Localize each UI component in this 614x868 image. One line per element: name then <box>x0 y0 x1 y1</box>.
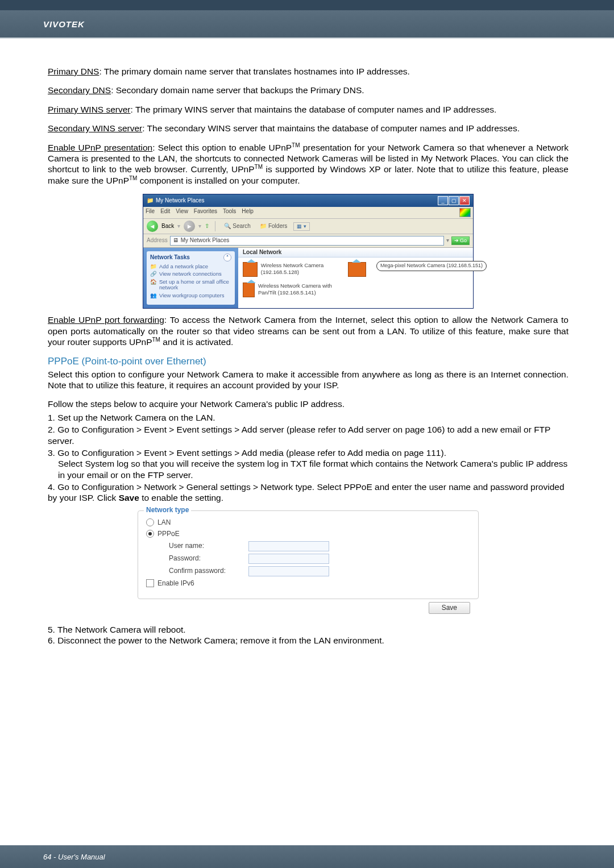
pppoe-title: PPPoE (Point-to-point over Ethernet) <box>48 355 569 367</box>
username-label: User name: <box>169 542 248 550</box>
username-input[interactable] <box>248 541 329 551</box>
address-dropdown[interactable]: ▾ <box>446 237 449 244</box>
pppoe-label: PPPoE <box>157 530 180 538</box>
camera-item[interactable]: Mega-pixel Network Camera (192.168.5.151… <box>348 262 447 277</box>
camera-item[interactable]: Wireless Network Camera (192.168.5.128) <box>243 262 342 277</box>
folders-button[interactable]: 📁Folders <box>257 222 290 231</box>
camera-icon <box>348 262 366 277</box>
windows-flag-icon <box>459 208 471 217</box>
folder-icon: 📁 <box>147 197 154 205</box>
sidebar-title: Network Tasks ˄ <box>150 254 231 261</box>
def-secondary-wins: Secondary WINS server: The secondary WIN… <box>48 123 569 134</box>
step-4: 4. Go to Configuration > Network > Gener… <box>48 481 569 504</box>
camera-icon <box>243 262 258 277</box>
forward-button[interactable]: ► <box>184 221 195 232</box>
go-button[interactable]: ➜Go <box>451 236 470 245</box>
step-1: 1. Set up the Network Camera on the LAN. <box>48 412 569 423</box>
def-primary-dns: Primary DNS: The primary domain name ser… <box>48 66 569 77</box>
window-title: My Network Places <box>156 197 205 205</box>
menu-edit[interactable]: Edit <box>160 208 170 217</box>
save-button[interactable]: Save <box>429 602 470 614</box>
panel-legend: Network type <box>144 506 191 514</box>
sidebar-panel: Network Tasks ˄ 📁Add a network place 🔗Vi… <box>143 248 238 308</box>
go-arrow-icon: ➜ <box>454 238 459 244</box>
def-upnp-presentation: Enable UPnP presentation: Select this op… <box>48 142 569 186</box>
back-label: Back <box>161 223 174 230</box>
menu-favorites[interactable]: Favorites <box>194 208 217 217</box>
pppoe-intro: Select this option to configure your Net… <box>48 369 569 391</box>
connections-icon: 🔗 <box>150 271 157 277</box>
footer-text: 64 - User's Manual <box>43 853 105 861</box>
step-3: 3. Go to Configuration > Event > Event s… <box>48 447 569 480</box>
titlebar[interactable]: 📁 My Network Places _ ▢ ✕ <box>143 194 473 207</box>
separator <box>215 221 215 231</box>
ipv6-checkbox[interactable] <box>146 579 154 587</box>
callout-label: Mega-pixel Network Camera (192.168.5.151… <box>376 261 487 271</box>
ipv6-label: Enable IPv6 <box>157 579 194 588</box>
address-input[interactable]: 🖥My Network Places <box>170 236 444 246</box>
pppoe-follow: Follow the steps below to acquire your N… <box>48 398 569 409</box>
add-place-icon: 📁 <box>150 264 157 269</box>
password-label: Password: <box>169 554 248 563</box>
pppoe-steps: 1. Set up the Network Camera on the LAN.… <box>48 412 569 504</box>
confirm-password-input[interactable] <box>248 566 329 576</box>
page-footer: 64 - User's Manual <box>0 845 614 868</box>
folders-icon: 📁 <box>260 223 267 230</box>
def-secondary-dns: Secondary DNS: Secondary domain name ser… <box>48 85 569 95</box>
camera-item[interactable]: Wireless Network Camera with Pan/Tilt (1… <box>243 283 342 297</box>
sidebar-link[interactable]: 👥View workgroup computers <box>150 293 231 298</box>
search-button[interactable]: 🔍Search <box>221 222 254 231</box>
explorer-window: 📁 My Network Places _ ▢ ✕ File Edit View… <box>143 194 474 309</box>
lan-radio[interactable] <box>146 518 154 526</box>
main-area: Local Network Wireless Network Camera (1… <box>238 248 473 308</box>
section-header: Local Network <box>238 248 473 258</box>
step-6: 6. Disconnect the power to the Network C… <box>48 635 569 646</box>
view-button[interactable]: ▦ ▾ <box>293 222 310 231</box>
network-places-icon: 🖥 <box>173 237 179 244</box>
confirm-password-label: Confirm password: <box>169 567 248 575</box>
menu-file[interactable]: File <box>146 208 155 217</box>
home-network-icon: 🏠 <box>150 279 157 285</box>
sidebar-link[interactable]: 🔗View network connections <box>150 271 231 277</box>
def-primary-wins: Primary WINS server: The primary WINS se… <box>48 104 569 115</box>
network-type-panel: Network type LAN PPPoE User name: Passwo… <box>138 510 479 599</box>
address-label: Address <box>147 237 168 244</box>
page-content: Primary DNS: The primary domain name ser… <box>0 39 614 658</box>
maximize-button[interactable]: ▢ <box>449 196 459 205</box>
pppoe-radio[interactable] <box>146 530 154 538</box>
password-input[interactable] <box>248 554 329 564</box>
menu-help[interactable]: Help <box>242 208 254 217</box>
back-button[interactable]: ◄ <box>147 221 158 232</box>
toolbar: ◄ Back ▾ ► ▾ ⇧ 🔍Search 📁Folders ▦ ▾ <box>143 219 473 234</box>
up-button[interactable]: ⇧ <box>205 223 209 230</box>
header-band: VIVOTEK <box>0 10 614 38</box>
search-icon: 🔍 <box>224 223 231 230</box>
collapse-icon[interactable]: ˄ <box>223 254 231 261</box>
menu-bar: File Edit View Favorites Tools Help <box>143 207 473 219</box>
menu-view[interactable]: View <box>176 208 188 217</box>
lan-label: LAN <box>157 518 171 527</box>
step-5: 5. The Network Camera will reboot. <box>48 624 569 635</box>
brand-logo: VIVOTEK <box>43 19 85 29</box>
sidebar-link[interactable]: 📁Add a network place <box>150 264 231 269</box>
workgroup-icon: 👥 <box>150 293 157 298</box>
def-upnp-forwarding: Enable UPnP port forwarding: To access t… <box>48 314 569 347</box>
close-button[interactable]: ✕ <box>459 196 470 205</box>
minimize-button[interactable]: _ <box>438 196 448 205</box>
address-bar: Address 🖥My Network Places ▾ ➜Go <box>143 234 473 248</box>
step-2: 2. Go to Configuration > Event > Event s… <box>48 424 569 446</box>
camera-icon <box>243 283 255 297</box>
menu-tools[interactable]: Tools <box>223 208 236 217</box>
sidebar-link[interactable]: 🏠Set up a home or small office network <box>150 279 231 291</box>
